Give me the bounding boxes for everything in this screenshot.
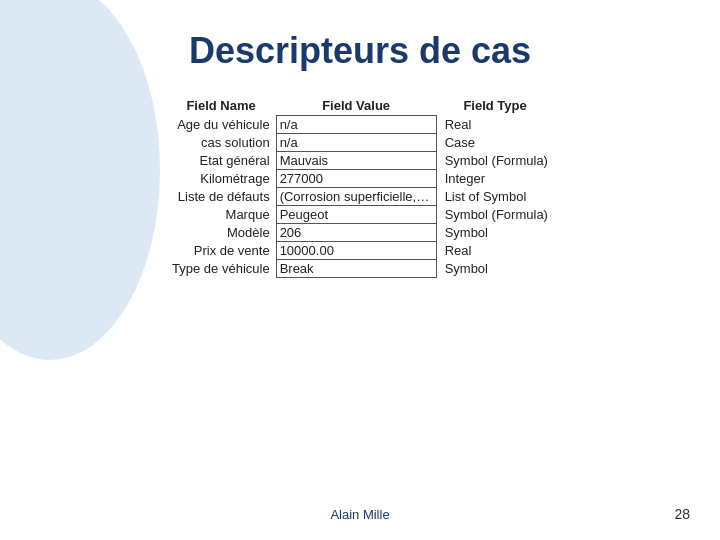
cell-field-name: Liste de défauts <box>166 188 276 206</box>
cell-field-type: List of Symbol <box>436 188 554 206</box>
cell-field-value: Peugeot <box>276 206 436 224</box>
cell-field-value: (Corrosion superficielle, R... <box>276 188 436 206</box>
cell-field-value: 277000 <box>276 170 436 188</box>
cell-field-type: Real <box>436 116 554 134</box>
cell-field-name: Kilométrage <box>166 170 276 188</box>
cell-field-value: n/a <box>276 134 436 152</box>
table-row: Prix de vente10000.00Real <box>166 242 554 260</box>
table-row: Modèle206Symbol <box>166 224 554 242</box>
cell-field-value: Break <box>276 260 436 278</box>
cell-field-name: Etat général <box>166 152 276 170</box>
descriptors-table: Field Name Field Value Field Type Age du… <box>166 96 554 278</box>
cell-field-type: Symbol (Formula) <box>436 152 554 170</box>
table-row: MarquePeugeotSymbol (Formula) <box>166 206 554 224</box>
page-content: Descripteurs de cas Field Name Field Val… <box>0 0 720 540</box>
cell-field-name: Modèle <box>166 224 276 242</box>
footer-page-number: 28 <box>674 506 690 522</box>
page-title: Descripteurs de cas <box>0 30 720 72</box>
page-footer: Alain Mille 28 <box>0 507 720 522</box>
table-row: Kilométrage277000Integer <box>166 170 554 188</box>
col-header-field-name: Field Name <box>166 96 276 116</box>
cell-field-value: Mauvais <box>276 152 436 170</box>
col-header-field-value: Field Value <box>276 96 436 116</box>
cell-field-type: Real <box>436 242 554 260</box>
cell-field-value: 206 <box>276 224 436 242</box>
table-row: Etat généralMauvaisSymbol (Formula) <box>166 152 554 170</box>
cell-field-name: cas solution <box>166 134 276 152</box>
table-row: Age du véhiculen/aReal <box>166 116 554 134</box>
cell-field-name: Prix de vente <box>166 242 276 260</box>
table-row: Liste de défauts(Corrosion superficielle… <box>166 188 554 206</box>
cell-field-name: Type de véhicule <box>166 260 276 278</box>
footer-author: Alain Mille <box>330 507 389 522</box>
cell-field-name: Marque <box>166 206 276 224</box>
cell-field-type: Case <box>436 134 554 152</box>
table-row: cas solutionn/aCase <box>166 134 554 152</box>
cell-field-type: Integer <box>436 170 554 188</box>
cell-field-type: Symbol <box>436 260 554 278</box>
cell-field-value: n/a <box>276 116 436 134</box>
cell-field-type: Symbol (Formula) <box>436 206 554 224</box>
table-header-row: Field Name Field Value Field Type <box>166 96 554 116</box>
table-container: Field Name Field Value Field Type Age du… <box>0 96 720 278</box>
col-header-field-type: Field Type <box>436 96 554 116</box>
cell-field-name: Age du véhicule <box>166 116 276 134</box>
table-row: Type de véhiculeBreakSymbol <box>166 260 554 278</box>
cell-field-value: 10000.00 <box>276 242 436 260</box>
cell-field-type: Symbol <box>436 224 554 242</box>
